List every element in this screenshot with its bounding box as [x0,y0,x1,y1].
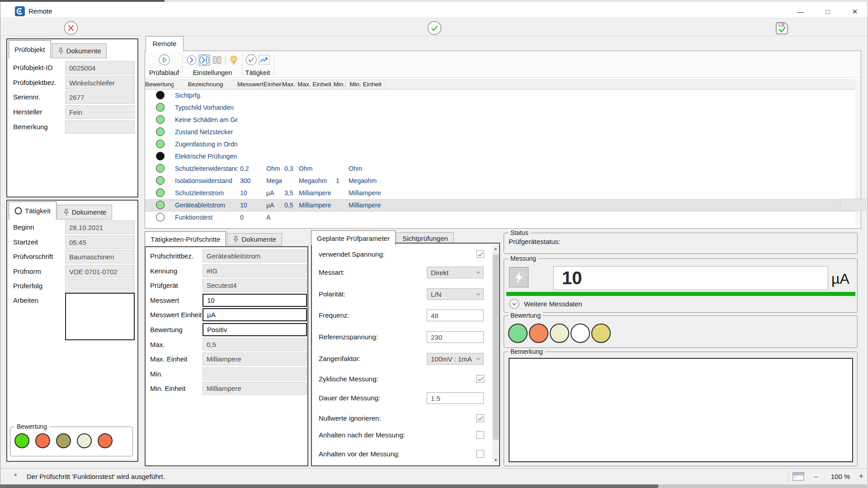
param-checkbox-anhalten-vor-der-messung[interactable] [476,450,484,458]
scroll-up-arrow[interactable]: ▲ [492,245,499,252]
dropdown-value: L/N [431,291,441,298]
tab-dokumente[interactable]: Dokumente [227,233,282,245]
param-checkbox-anhalten-nach-der-messung[interactable] [476,431,484,439]
tab-remote[interactable]: Remote [146,36,184,52]
minimize-button[interactable]: — [791,5,811,18]
rating-circle-4[interactable] [77,433,92,448]
bulb-icon[interactable] [229,55,239,66]
cell-max_einheit: Milliampere [296,199,333,211]
param-dropdown-messart[interactable]: Direkt [427,267,484,278]
cell-einheit: A [264,211,282,224]
table-row-funktionstest[interactable]: Funktionstest0A [145,211,855,224]
field-label-min-einheit: Min. Einheit [150,382,185,395]
rating-circle-2[interactable] [529,324,548,343]
arbeiten-textarea[interactable] [65,293,135,340]
trend-icon[interactable] [259,55,270,65]
table-row-elektrische-pr-fungen[interactable]: Elektrische Prüfungen [145,150,855,163]
maximize-button[interactable]: □ [818,5,838,18]
param-dropdown-polarit-t[interactable]: L/N [427,288,484,300]
field-label-pr-fnorm: Prüfnorm [13,265,41,278]
close-button[interactable]: ✕ [845,5,865,18]
col-header-max[interactable]: Max. [282,80,296,89]
table-row-isolationswiderstand[interactable]: Isolationswiderstand300MegaohmMegaohm1Me… [145,175,855,187]
col-header-min[interactable]: Min. [333,80,346,89]
step-end-circle-icon[interactable] [199,55,209,65]
tab-t-tigkeiten-pr-fschritte[interactable]: Tätigkeiten-Prüfschritte [145,231,226,246]
tab-t-tigkeit[interactable]: Tätigkeit [9,202,57,220]
param-input-frequenz[interactable]: 48 [427,310,484,321]
tab-pr-fobjekt[interactable]: Prüfobjekt [9,40,51,58]
col-header-bewertung[interactable]: Bewertung [145,80,174,89]
rating-circle-4[interactable] [571,324,590,343]
rating-circle-2[interactable] [35,433,50,448]
zoom-in-button[interactable]: + [857,472,866,481]
col-header-empty[interactable] [386,80,855,89]
col-header-einheit[interactable]: Einheit [264,80,282,89]
param-checkbox-verwendet-spannung[interactable] [476,250,484,258]
table-row-typschild-vorhanden[interactable]: Typschild Vorhanden [145,102,855,114]
tab-dokumente[interactable]: Dokumente [57,205,113,220]
param-label-nullwerte-ignorieren: Nullwerte ignorieren: [319,414,381,422]
table-scrollbar-thumb[interactable] [840,199,866,211]
field-label-seriennr: Seriennr. [13,90,40,104]
rating-circle-5[interactable] [591,324,611,343]
field-bewertung[interactable]: Positiv [203,323,307,336]
tab-dokumente[interactable]: Dokumente [52,43,107,58]
tab-geplante-pr-fparameter[interactable]: Geplante Prüfparameter [311,230,396,245]
cell-bezeichnung: Funktionstest [174,211,237,224]
table-row-ger-teableitstrom[interactable]: Geräteableitstrom10µA0,5MilliampereMilli… [145,199,855,211]
rating-circle-3[interactable] [550,324,569,343]
rating-circle-1[interactable] [14,433,29,448]
field-messwert[interactable]: 10 [203,294,307,307]
table-row-keine-sch-den-am-geh-use[interactable]: Keine Schäden am Gehäuse [145,114,855,126]
cell-einheit [264,114,282,126]
param-dropdown-zangenfaktor[interactable]: 100mV : 1mA [427,353,484,365]
save-button[interactable] [774,20,789,36]
bemerkung-textarea[interactable] [509,358,853,462]
table-row-schutzleiterwiderstand[interactable]: Schutzleiterwiderstand0,2Ohm0,3OhmOhm [145,163,855,175]
rating-circle-5[interactable] [98,433,113,448]
layout-grid-icon[interactable] [793,472,804,481]
parameter-panel: verwendet Spannung:Messart:DirektPolarit… [311,243,500,466]
cell-min [333,114,346,126]
rating-circle-3[interactable] [56,433,71,448]
lightning-bolt-icon [514,271,524,284]
step-circle-icon[interactable] [187,55,197,65]
col-header-min-einheit[interactable]: Min. Einheit [346,80,386,89]
field-hersteller: Fein [65,105,135,119]
field-min [203,367,307,380]
check-circle-icon[interactable] [245,54,257,66]
flash-button[interactable] [509,267,528,287]
param-checkbox-zyklische-messung[interactable] [476,375,484,383]
status-circle-black [156,152,165,160]
zoom-out-button[interactable]: – [811,472,821,480]
table-row-zustand-netzstecker[interactable]: Zustand Netzstecker [145,126,855,138]
rating-circle-1[interactable] [508,324,528,343]
confirm-button[interactable] [427,20,442,36]
scroll-down-arrow[interactable]: ▼ [492,457,499,464]
param-scrollbar[interactable]: ▲▼ [492,245,499,464]
field-seriennr: 2677 [65,90,135,104]
table-row-sichtprfg[interactable]: Sichtprfg. [145,89,855,102]
scroll-thumb[interactable] [493,254,499,440]
table-row-schutzleiterstrom[interactable]: Schutzleiterstrom10µA3,5MilliampereMilli… [145,187,855,199]
more-data-expander[interactable]: Weitere Messdaten [509,299,582,309]
col-header-messwert[interactable]: Messwert [237,80,264,89]
field-messwert-einheit[interactable]: µA [203,308,307,321]
param-checkbox-nullwerte-ignorieren[interactable] [476,414,484,422]
cell-min_einheit [346,138,386,150]
tab-label: Sichtprüfungen [402,235,448,242]
col-header-max-einheit[interactable]: Max. Einheit [296,80,333,89]
status-circle-green [156,164,165,173]
col-header-bezeichnung[interactable]: Bezeichnung [174,80,237,89]
param-input-referenzspannung[interactable]: 230 [427,331,484,343]
cards-icon[interactable] [212,55,222,65]
field-label-pr-fvorschrift: Prüfvorschrift [13,250,53,263]
cancel-button[interactable] [63,20,79,36]
play-circle-icon[interactable] [159,54,170,66]
pin-icon [63,209,69,216]
param-input-dauer-der-messung[interactable]: 1.5 [427,392,484,404]
measurement-value-box[interactable]: 10 [553,266,828,290]
field-label-arbeiten: Arbeiten [13,294,38,307]
table-row-zugentlastung-in-ordnung[interactable]: Zugentlastung in Ordnung [145,138,855,150]
